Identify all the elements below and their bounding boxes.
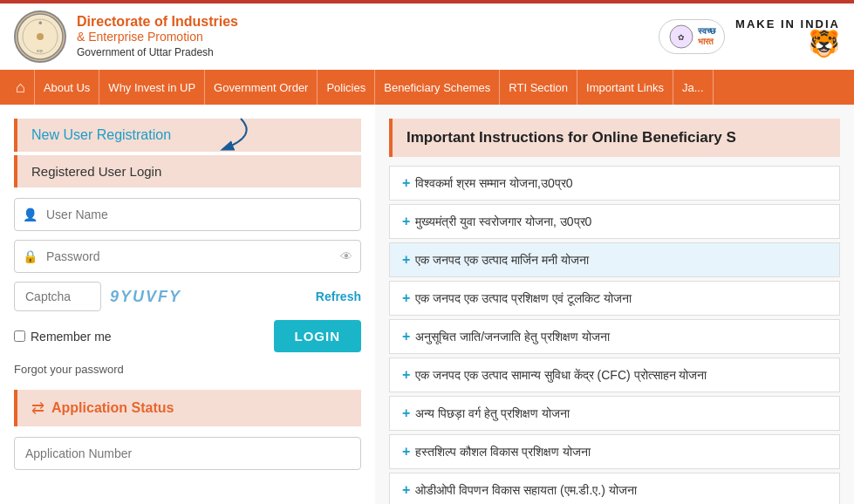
svg-text:✿: ✿ (678, 33, 685, 42)
main-nav: ⌂ About Us Why Invest in UP Government O… (0, 70, 854, 105)
swachh-bharat-logo: ✿ स्वच्छ भारत (659, 19, 725, 54)
remember-login-row: Remember me LOGIN (14, 320, 361, 352)
scheme-text-8: ओडीओपी विपणन विकास सहायता (एम.डी.ए.) योज… (415, 483, 636, 498)
svg-text:उ.प्र.: उ.प्र. (36, 49, 44, 53)
plus-icon-7: + (402, 444, 410, 460)
registered-user-login-label: Registered User Login (31, 164, 161, 179)
app-number-group (14, 437, 361, 470)
scheme-text-2: एक जनपद एक उत्पाद मार्जिन मनी योजना (415, 253, 588, 268)
scheme-item-1[interactable]: + मुख्यमंत्री युवा स्वरोजगार योजना, उ0प्… (389, 204, 840, 239)
application-number-input[interactable] (14, 437, 361, 470)
plus-icon-0: + (402, 175, 410, 191)
left-panel: New User Registration Registered User Lo… (0, 105, 375, 504)
scheme-text-6: अन्य पिछड़ा वर्ग हेतु प्रशिक्षण योजना (415, 406, 569, 421)
scheme-text-1: मुख्यमंत्री युवा स्वरोजगार योजना, उ0प्र0 (415, 215, 591, 229)
scheme-item-6[interactable]: + अन्य पिछड़ा वर्ग हेतु प्रशिक्षण योजना (389, 396, 840, 431)
forgot-password-link[interactable]: Forgot your password (14, 363, 361, 376)
new-user-section: New User Registration (14, 119, 361, 152)
scheme-item-8[interactable]: + ओडीओपी विपणन विकास सहायता (एम.डी.ए.) य… (389, 473, 840, 504)
nav-rti-section[interactable]: RTI Section (500, 70, 577, 105)
scheme-item-0[interactable]: + विश्वकर्मा श्रम सम्मान योजना,उ0प्र0 (389, 166, 840, 201)
password-group: 🔒 👁 (14, 240, 361, 273)
header-left: ☸ उ.प्र. Directorate of Industries & Ent… (14, 10, 238, 63)
share-icon: ⇄ (31, 398, 44, 418)
nav-ja[interactable]: Ja... (673, 70, 714, 105)
schemes-list: + विश्वकर्मा श्रम सम्मान योजना,उ0प्र0 + … (389, 166, 840, 504)
org-info: Directorate of Industries & Enterprise P… (77, 14, 238, 59)
make-in-india-logo: MAKE IN INDIA 🐯 (735, 17, 840, 57)
application-status-title: Application Status (51, 400, 174, 416)
login-button[interactable]: LOGIN (274, 320, 362, 352)
nav-about-us[interactable]: About Us (35, 70, 99, 105)
username-group: 👤 (14, 198, 361, 231)
remember-me-text: Remember me (31, 330, 112, 344)
plus-icon-4: + (402, 329, 410, 344)
org-name2: & Enterprise Promotion (77, 30, 238, 44)
password-input[interactable] (14, 240, 361, 273)
scheme-item-2[interactable]: + एक जनपद एक उत्पाद मार्जिन मनी योजना (389, 242, 840, 277)
registered-user-login-header[interactable]: Registered User Login (14, 155, 361, 187)
svg-point-2 (37, 33, 44, 40)
scheme-item-3[interactable]: + एक जनपद एक उत्पाद प्रशिक्षण एवं टूलकिट… (389, 281, 840, 316)
scheme-text-7: हस्तशिल्प कौशल विकास प्रशिक्षण योजना (415, 445, 591, 460)
plus-icon-5: + (402, 367, 410, 383)
scheme-text-4: अनुसूचित जाति/जनजाति हेतु प्रशिक्षण योजन… (415, 330, 609, 344)
nav-govt-order[interactable]: Government Order (205, 70, 318, 105)
plus-icon-1: + (402, 214, 410, 229)
right-panel: Important Instructions for Online Benefi… (375, 105, 854, 504)
remember-me-label[interactable]: Remember me (14, 330, 112, 344)
bharat-text: भारत (698, 37, 715, 47)
tiger-icon: 🐯 (808, 31, 840, 57)
header-right: ✿ स्वच्छ भारत MAKE IN INDIA 🐯 (659, 17, 840, 57)
org-name: Directorate of Industries (77, 14, 238, 30)
remember-me-checkbox[interactable] (14, 330, 25, 342)
plus-icon-6: + (402, 405, 410, 421)
scheme-item-4[interactable]: + अनुसूचित जाति/जनजाति हेतु प्रशिक्षण यो… (389, 319, 840, 354)
plus-icon-3: + (402, 290, 410, 306)
username-input[interactable] (14, 198, 361, 231)
org-sub: Government of Uttar Pradesh (77, 46, 214, 58)
nav-policies[interactable]: Policies (318, 70, 375, 105)
org-logo: ☸ उ.प्र. (14, 10, 66, 63)
new-user-registration-header[interactable]: New User Registration (14, 119, 361, 152)
nav-beneficiary-schemes[interactable]: Beneficiary Schemes (375, 70, 500, 105)
captcha-input[interactable] (14, 282, 101, 311)
plus-icon-8: + (402, 482, 410, 498)
user-icon: 👤 (23, 208, 38, 221)
nav-why-invest[interactable]: Why Invest in UP (99, 70, 205, 105)
scheme-item-7[interactable]: + हस्तशिल्प कौशल विकास प्रशिक्षण योजना (389, 434, 840, 469)
scheme-text-0: विश्वकर्मा श्रम सम्मान योजना,उ0प्र0 (415, 176, 572, 191)
plus-icon-2: + (402, 252, 410, 268)
captcha-image: 9YUVFY (110, 288, 307, 306)
scheme-text-3: एक जनपद एक उत्पाद प्रशिक्षण एवं टूलकिट य… (415, 291, 631, 306)
scheme-item-5[interactable]: + एक जनपद एक उत्पाद सामान्य सुविधा केंद्… (389, 358, 840, 392)
nav-important-links[interactable]: Important Links (577, 70, 673, 105)
swachh-text: स्वच्छ (698, 26, 715, 37)
site-header: ☸ उ.प्र. Directorate of Industries & Ent… (0, 0, 854, 70)
main-content: New User Registration Registered User Lo… (0, 105, 854, 504)
eye-icon[interactable]: 👁 (340, 249, 352, 263)
refresh-button[interactable]: Refresh (316, 289, 361, 303)
captcha-row: 9YUVFY Refresh (14, 282, 361, 311)
application-status-header: ⇄ Application Status (14, 390, 361, 426)
nav-home[interactable]: ⌂ (7, 70, 35, 105)
new-user-registration-label: New User Registration (31, 127, 171, 142)
lock-icon: 🔒 (23, 249, 38, 263)
scheme-text-5: एक जनपद एक उत्पाद सामान्य सुविधा केंद्र … (415, 368, 707, 383)
instructions-title: Important Instructions for Online Benefi… (389, 119, 840, 157)
